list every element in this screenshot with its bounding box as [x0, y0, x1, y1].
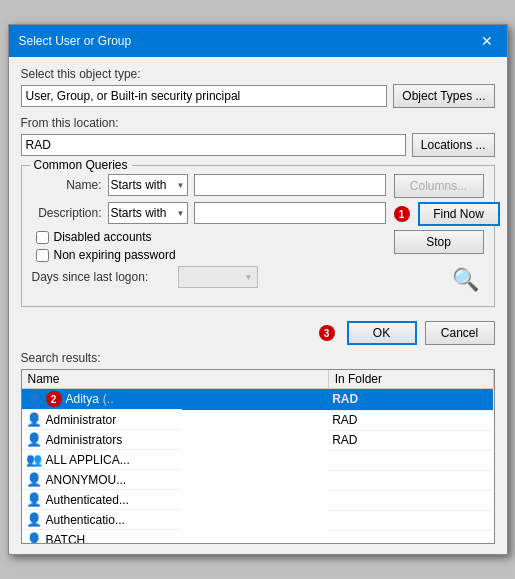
name-combo[interactable]: Starts with ▼: [108, 174, 188, 196]
locations-button[interactable]: Locations ...: [412, 133, 495, 157]
row-folder: RAD: [332, 392, 358, 406]
object-type-input[interactable]: [21, 85, 388, 107]
row-name: ALL APPLICA...: [46, 453, 130, 467]
table-row[interactable]: 👤ANONYMOU...: [22, 470, 494, 490]
row-name: Aditya: [66, 392, 99, 406]
table-row[interactable]: 👤BATCH: [22, 530, 494, 544]
row-folder-cell: [328, 450, 493, 470]
days-input: ▼: [178, 266, 258, 288]
row-name-cell: 👤Authenticatio...: [22, 510, 182, 530]
ok-button[interactable]: OK: [347, 321, 417, 345]
object-type-section: Select this object type: Object Types ..…: [21, 67, 495, 108]
user-icon: 👤: [26, 492, 42, 507]
results-body: 👤2Aditya(.. RAD👤AdministratorRAD👤Adminis…: [22, 389, 494, 545]
dialog-body: Select this object type: Object Types ..…: [9, 57, 507, 554]
group-inner: Name: Starts with ▼ Description: Starts …: [32, 174, 484, 298]
stop-button[interactable]: Stop: [394, 230, 484, 254]
location-input[interactable]: [21, 134, 406, 156]
object-type-label: Select this object type:: [21, 67, 495, 81]
user-icon: 👥: [26, 452, 42, 467]
days-label: Days since last logon:: [32, 270, 172, 284]
user-icon: 👤: [26, 512, 42, 527]
row-folder-cell: RAD: [328, 410, 493, 430]
ok-cancel-row: 3 OK Cancel: [21, 317, 495, 351]
common-queries-tab[interactable]: Common Queries: [30, 158, 132, 172]
row-name: BATCH: [46, 533, 86, 545]
row-folder: RAD: [332, 433, 357, 447]
disabled-accounts-checkbox[interactable]: [36, 231, 49, 244]
dialog-title: Select User or Group: [19, 34, 132, 48]
row-folder-cell: RAD: [328, 389, 493, 411]
days-combo-arrow: ▼: [245, 273, 253, 282]
row-name-cell: 👤BATCH: [22, 530, 182, 544]
col-name[interactable]: Name: [22, 370, 329, 389]
user-icon: 👤: [26, 532, 42, 544]
non-expiring-checkbox[interactable]: [36, 249, 49, 262]
close-button[interactable]: ✕: [477, 31, 497, 51]
user-icon: 👤: [26, 432, 42, 447]
row-name-cell: 👤Administrator: [22, 410, 182, 430]
row-name: Authenticated...: [46, 493, 129, 507]
results-table-wrapper[interactable]: Name In Folder 👤2Aditya(.. RAD👤Administr…: [21, 369, 495, 544]
group-right: Columns... 1 Find Now Stop 🔍: [394, 174, 484, 298]
table-row[interactable]: 👤Authenticated...: [22, 490, 494, 510]
find-now-button[interactable]: Find Now: [418, 202, 500, 226]
common-queries-group: Common Queries Name: Starts with ▼ Des: [21, 165, 495, 307]
group-left: Name: Starts with ▼ Description: Starts …: [32, 174, 386, 298]
row-name: ANONYMOU...: [46, 473, 127, 487]
select-user-dialog: Select User or Group ✕ Select this objec…: [8, 24, 508, 555]
description-label: Description:: [32, 206, 102, 220]
table-row[interactable]: 👤Authenticatio...: [22, 510, 494, 530]
table-row[interactable]: 👤AdministratorsRAD: [22, 430, 494, 450]
row-name-cell: 👤Authenticated...: [22, 490, 182, 510]
row-folder-cell: [328, 490, 493, 510]
user-icon: 👤: [26, 392, 42, 407]
row-folder: RAD: [332, 413, 357, 427]
row-name-cell: 👤Administrators: [22, 430, 182, 450]
non-expiring-row: Non expiring password: [32, 248, 386, 262]
row-folder-cell: [328, 510, 493, 530]
object-types-button[interactable]: Object Types ...: [393, 84, 494, 108]
name-label: Name:: [32, 178, 102, 192]
search-results-label: Search results:: [21, 351, 495, 365]
location-section: From this location: Locations ...: [21, 116, 495, 157]
search-icon-area: 🔍: [394, 258, 484, 298]
non-expiring-label: Non expiring password: [54, 248, 176, 262]
step3-badge: 3: [319, 325, 335, 341]
row-folder-cell: [328, 530, 493, 544]
description-combo-arrow: ▼: [177, 209, 185, 218]
table-row[interactable]: 👤AdministratorRAD: [22, 410, 494, 430]
row-name-cell: 👤2Aditya(..: [22, 389, 182, 410]
step1-badge: 1: [394, 206, 410, 222]
row-name-cell: 👥ALL APPLICA...: [22, 450, 182, 470]
cancel-button[interactable]: Cancel: [425, 321, 495, 345]
columns-button[interactable]: Columns...: [394, 174, 484, 198]
col-folder[interactable]: In Folder: [328, 370, 493, 389]
row-name: Administrators: [46, 433, 123, 447]
user-icon: 👤: [26, 472, 42, 487]
step2-badge: 2: [46, 391, 62, 407]
results-header: Name In Folder: [22, 370, 494, 389]
days-row: Days since last logon: ▼: [32, 266, 386, 288]
user-icon: 👤: [26, 412, 42, 427]
description-combo[interactable]: Starts with ▼: [108, 202, 188, 224]
row-name: Authenticatio...: [46, 513, 125, 527]
row-name-cell: 👤ANONYMOU...: [22, 470, 182, 490]
row-folder-cell: [328, 470, 493, 490]
name-row: Name: Starts with ▼: [32, 174, 386, 196]
name-input[interactable]: [194, 174, 386, 196]
table-row[interactable]: 👥ALL APPLICA...: [22, 450, 494, 470]
row-folder-prefix: (..: [103, 392, 114, 406]
description-input[interactable]: [194, 202, 386, 224]
find-now-row: 1 Find Now: [394, 202, 484, 226]
row-folder-cell: RAD: [328, 430, 493, 450]
results-table: Name In Folder 👤2Aditya(.. RAD👤Administr…: [22, 370, 494, 544]
search-results-section: Search results: Name In Folder 👤2Aditya(…: [21, 351, 495, 544]
table-row[interactable]: 👤2Aditya(.. RAD: [22, 389, 494, 411]
search-key-icon: 🔍: [448, 262, 484, 298]
description-row: Description: Starts with ▼: [32, 202, 386, 224]
disabled-accounts-label: Disabled accounts: [54, 230, 152, 244]
location-label: From this location:: [21, 116, 495, 130]
name-combo-arrow: ▼: [177, 181, 185, 190]
row-name: Administrator: [46, 413, 117, 427]
